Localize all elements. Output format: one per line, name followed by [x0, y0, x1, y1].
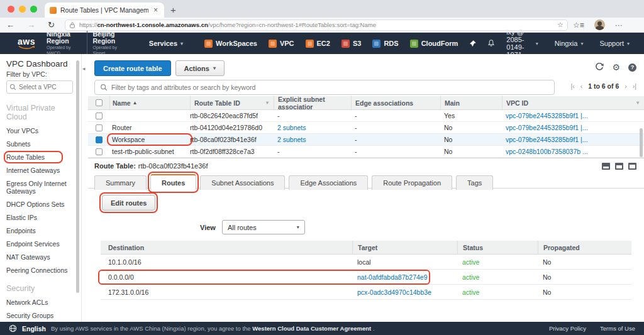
- sidebar-item-your-vpcs[interactable]: Your VPCs: [6, 127, 70, 135]
- tab-tags[interactable]: Tags: [456, 175, 493, 190]
- sidebar-collapse-icon[interactable]: ◂: [82, 65, 86, 72]
- column-header-name[interactable]: Name▴: [109, 96, 190, 109]
- layout-split-half-icon[interactable]: [615, 163, 623, 170]
- tab-route-propagation[interactable]: Route Propagation: [372, 175, 452, 190]
- column-header-target[interactable]: Target: [352, 241, 457, 254]
- nav-shortcut-vpc[interactable]: VPC: [263, 40, 300, 48]
- vpc-filter-box[interactable]: [6, 80, 73, 94]
- vpc-id-link[interactable]: vpc-079be24453285b9f1 |...: [502, 124, 644, 131]
- sidebar-scrollbar[interactable]: [76, 60, 79, 293]
- select-all-checkbox[interactable]: [96, 99, 103, 106]
- table-row[interactable]: Router rtb-04120d04e219786d0 2 subnets -…: [88, 122, 644, 134]
- row-checkbox-checked[interactable]: [96, 136, 103, 143]
- sidebar-item-network-acls[interactable]: Network ACLs: [6, 299, 70, 306]
- nat-gateway-link[interactable]: nat-0afdfabda87b274e9: [352, 273, 457, 281]
- layout-split-small-icon[interactable]: [602, 163, 610, 170]
- reload-button[interactable]: ↻: [42, 20, 61, 30]
- layout-split-large-icon[interactable]: [628, 163, 636, 170]
- tab-edge-associations[interactable]: Edge Associations: [289, 175, 368, 190]
- prev-page-icon[interactable]: ‹: [580, 82, 583, 90]
- last-page-icon[interactable]: ›|: [633, 82, 636, 90]
- sidebar-item-dhcp-options-sets[interactable]: DHCP Options Sets: [6, 200, 70, 208]
- column-header-route-table-id[interactable]: Route Table ID▾: [190, 96, 274, 109]
- table-row-selected[interactable]: Workspace rtb-08ca0f023fb41e36f 2 subnet…: [88, 134, 644, 146]
- row-checkbox[interactable]: [96, 124, 103, 131]
- tab-close-icon[interactable]: ×: [152, 6, 159, 14]
- s3-icon: [341, 40, 350, 48]
- nav-shortcut-ec2[interactable]: EC2: [300, 40, 336, 48]
- minimize-window-icon[interactable]: [19, 6, 26, 13]
- browser-tab[interactable]: Route Tables | VPC Managemen ×: [45, 3, 164, 18]
- column-header-vpc-id[interactable]: VPC ID▾: [502, 96, 644, 109]
- sidebar-item-peering-connections[interactable]: Peering Connections: [6, 266, 70, 274]
- column-header-propagated[interactable]: Propagated: [538, 241, 631, 254]
- actions-button[interactable]: Actions ▾: [175, 60, 225, 76]
- subnets-link[interactable]: 2 subnets: [274, 124, 351, 131]
- next-page-icon[interactable]: ›: [625, 82, 627, 90]
- vpc-id-link[interactable]: vpc-0248b100b7358037b ...: [502, 148, 644, 155]
- sidebar-item-security-groups[interactable]: Security Groups: [6, 312, 70, 319]
- first-page-icon[interactable]: |‹: [571, 82, 575, 90]
- create-route-table-button[interactable]: Create route table: [94, 60, 171, 76]
- nav-shortcut-cloudformation[interactable]: CloudForm: [404, 40, 464, 48]
- table-row[interactable]: rtb-08c26420eac87fd5f - - Yes vpc-079be2…: [88, 110, 644, 122]
- region-selector-menu[interactable]: Ningxia ▾: [549, 40, 589, 47]
- agreement-link[interactable]: Western Cloud Data Customer Agreement: [252, 325, 371, 332]
- terms-of-use-link[interactable]: Terms of Use: [600, 325, 635, 332]
- sidebar-item-endpoints[interactable]: Endpoints: [6, 227, 70, 234]
- aws-navbar: aws Ningxia Region Operated by NWCD Beij…: [0, 33, 644, 54]
- privacy-policy-link[interactable]: Privacy Policy: [549, 325, 586, 332]
- aws-logo[interactable]: aws: [18, 38, 35, 50]
- sidebar-item-elastic-ips[interactable]: Elastic IPs: [6, 214, 70, 221]
- maximize-window-icon[interactable]: [30, 6, 37, 13]
- tab-summary[interactable]: Summary: [94, 175, 147, 190]
- gear-icon[interactable]: ⚙: [612, 63, 620, 72]
- column-header-edge-associations[interactable]: Edge associations: [351, 96, 440, 109]
- screen: Route Tables | VPC Managemen × + ← → ↻ h…: [0, 0, 644, 335]
- table-scrollbar[interactable]: [640, 128, 643, 157]
- vpc-filter-input[interactable]: [19, 84, 69, 91]
- route-row[interactable]: 10.1.0.0/16 local active No: [101, 255, 631, 270]
- column-header-explicit-subnet-association[interactable]: Explicit subnet associatior: [274, 96, 351, 109]
- support-menu[interactable]: Support ▾: [594, 40, 635, 47]
- peering-connection-link[interactable]: pcx-0adc3d4970c14bb3e: [352, 288, 457, 296]
- new-tab-button[interactable]: +: [164, 4, 184, 18]
- route-row-annotated[interactable]: 0.0.0.0/0 nat-0afdfabda87b274e9 active N…: [101, 270, 631, 285]
- tab-subnet-associations[interactable]: Subnet Associations: [200, 175, 285, 190]
- filter-box[interactable]: [94, 80, 555, 95]
- nav-shortcut-s3[interactable]: S3: [336, 40, 367, 48]
- back-button[interactable]: ←: [0, 20, 21, 30]
- edit-routes-button[interactable]: Edit routes: [102, 195, 155, 211]
- tab-routes[interactable]: Routes: [150, 174, 196, 190]
- column-header-main[interactable]: Main: [440, 96, 502, 109]
- pin-icon[interactable]: [464, 40, 482, 48]
- subnets-link[interactable]: 2 subnets: [274, 136, 351, 143]
- sidebar-item-nat-gateways[interactable]: NAT Gateways: [6, 253, 70, 261]
- sidebar-item-egress-only-internet-gateways[interactable]: Egress Only Internet Gateways: [6, 180, 70, 195]
- services-menu[interactable]: Services ▾: [143, 40, 189, 47]
- notifications-bell-icon[interactable]: [482, 39, 501, 48]
- help-icon[interactable]: ?: [628, 63, 636, 72]
- sidebar-item-route-tables[interactable]: Route Tables: [6, 153, 60, 161]
- refresh-icon[interactable]: [595, 63, 604, 72]
- vpc-id-link[interactable]: vpc-079be24453285b9f1 |...: [502, 112, 644, 119]
- close-window-icon[interactable]: [8, 6, 14, 13]
- sidebar-item-internet-gateways[interactable]: Internet Gateways: [6, 167, 70, 174]
- table-row[interactable]: test-rtb-public-subnet rtb-0f2df08ff328c…: [88, 146, 644, 158]
- view-dropdown[interactable]: All routes ▾: [222, 220, 305, 234]
- cell-destination: 0.0.0.0/0: [101, 273, 352, 281]
- vpc-id-link[interactable]: vpc-079be24453285b9f1 |...: [502, 136, 644, 143]
- column-header-status[interactable]: Status: [457, 241, 538, 254]
- row-checkbox[interactable]: [96, 148, 103, 155]
- language-selector[interactable]: English: [22, 325, 46, 332]
- sidebar-item-subnets[interactable]: Subnets: [6, 140, 70, 148]
- nav-shortcut-rds[interactable]: RDS: [367, 40, 404, 48]
- route-row[interactable]: 172.31.0.0/16 pcx-0adc3d4970c14bb3e acti…: [101, 285, 631, 300]
- filter-input[interactable]: [111, 84, 549, 91]
- nav-shortcut-workspaces[interactable]: WorkSpaces: [199, 40, 263, 48]
- sidebar: VPC Dashboard Filter by VPC: Virtual Pri…: [0, 54, 82, 322]
- forward-button[interactable]: →: [21, 20, 42, 30]
- sidebar-item-endpoint-services[interactable]: Endpoint Services: [6, 240, 70, 248]
- column-header-destination[interactable]: Destination: [101, 241, 352, 254]
- row-checkbox[interactable]: [96, 113, 103, 119]
